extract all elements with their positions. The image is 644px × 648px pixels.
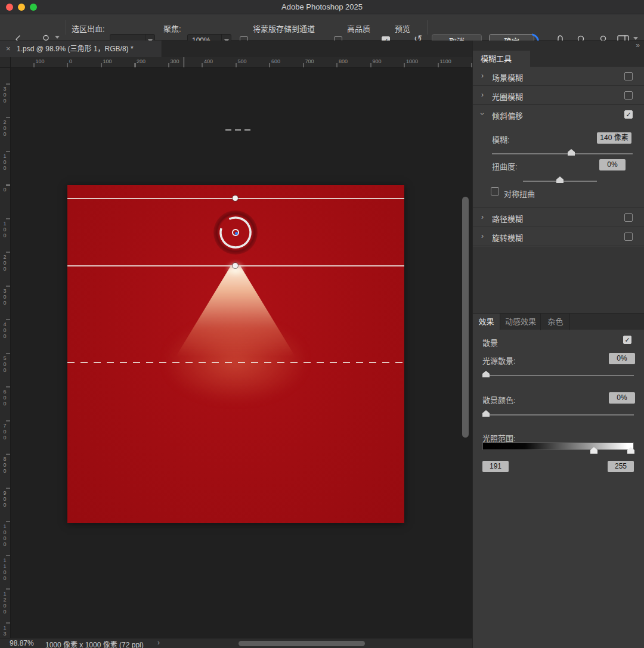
bokeh-color-slider[interactable]	[482, 414, 634, 416]
chevron-right-icon[interactable]: ›	[481, 72, 484, 80]
bokeh-color-label: 散景颜色:	[482, 394, 516, 405]
tab-motion-effects[interactable]: 动感效果	[501, 314, 541, 330]
blur-amount-value[interactable]: 140 像素	[597, 132, 631, 144]
focus-line-top-handle[interactable]	[233, 196, 238, 201]
light-bokeh-value[interactable]: 0%	[609, 353, 635, 364]
hruler-number: 100	[103, 58, 112, 64]
tilt-shift-bottom-dashed-line[interactable]	[67, 362, 404, 363]
tilt-shift-top-dashed-line[interactable]	[225, 129, 253, 131]
document-info: 1000 像素 x 1000 像素 (72 ppi)	[45, 639, 144, 648]
section-iris-blur[interactable]: › 光圈模糊	[473, 86, 644, 105]
bokeh-checkbox[interactable]: ✓	[623, 336, 631, 344]
light-bokeh-slider-thumb[interactable]	[482, 371, 490, 377]
spin-blur-checkbox[interactable]	[624, 232, 633, 241]
light-range-gradient[interactable]	[482, 442, 634, 450]
document-tab[interactable]: × 1.psd @ 98.9% (三角形 1，RGB/8) *	[0, 41, 162, 57]
distortion-label: 扭曲度:	[492, 160, 518, 172]
light-range-low-value[interactable]: 191	[482, 461, 509, 472]
tab-effects[interactable]: 效果	[473, 314, 500, 330]
horizontal-scrollbar[interactable]	[239, 641, 365, 646]
effects-tab-row: 效果 动感效果 杂色	[473, 313, 644, 330]
chevron-right-icon[interactable]: ›	[481, 91, 484, 99]
section-path-blur[interactable]: › 路径模糊	[473, 208, 644, 227]
blur-amount-slider[interactable]	[492, 153, 633, 154]
vruler-number: 200	[2, 119, 8, 137]
bokeh-color-value[interactable]: 0%	[609, 392, 635, 404]
titlebar: Adobe Photoshop 2025	[0, 0, 644, 14]
blur-tools-tab[interactable]: 模糊工具	[473, 51, 530, 67]
light-cone	[176, 266, 295, 356]
tab-noise[interactable]: 杂色	[541, 314, 570, 330]
chevron-down-icon[interactable]: ›	[478, 113, 487, 115]
focus-line-bottom-handle[interactable]	[233, 263, 238, 268]
vruler-number: 1200	[2, 591, 8, 615]
field-blur-checkbox[interactable]	[624, 72, 633, 80]
iris-blur-checkbox[interactable]	[624, 91, 633, 100]
vruler-number: 200	[2, 254, 8, 272]
hruler-number: 900	[373, 58, 382, 64]
blur-amount-slider-thumb[interactable]	[568, 149, 575, 156]
vruler-number: 100	[2, 153, 8, 171]
hruler-number: 800	[339, 58, 348, 64]
chevron-right-icon[interactable]: ›	[481, 213, 484, 221]
panel-overflow-icon[interactable]: »	[636, 41, 639, 49]
hruler-number: 100	[36, 58, 45, 64]
vruler-number: 900	[2, 490, 8, 508]
vruler-number: 400	[2, 321, 8, 339]
bokeh-color-slider-thumb[interactable]	[482, 410, 490, 417]
document-tab-bar: × 1.psd @ 98.9% (三角形 1，RGB/8) *	[0, 41, 472, 57]
path-blur-checkbox[interactable]	[624, 213, 633, 222]
vruler-number: 100	[2, 221, 8, 238]
section-field-blur[interactable]: › 场景模糊	[473, 67, 644, 86]
ruler-corner	[0, 57, 11, 68]
blur-pin-core	[235, 232, 238, 235]
canvas-area[interactable]	[11, 68, 472, 638]
selection-bleed-label: 选区出血:	[72, 23, 105, 34]
blur-tools-tab-row: 模糊工具	[473, 51, 644, 67]
vertical-scrollbar[interactable]	[462, 197, 469, 438]
status-chevron-icon[interactable]: ›	[157, 638, 160, 647]
section-tilt-shift[interactable]: › 倾斜偏移 ✓	[473, 105, 644, 124]
status-bar: 98.87% 1000 像素 x 1000 像素 (72 ppi) ›	[0, 638, 472, 648]
vruler-number: 500	[2, 355, 8, 373]
focus-label: 聚焦:	[163, 23, 181, 34]
vruler-number: 1000	[2, 523, 8, 547]
vruler-number: 800	[2, 456, 8, 474]
iris-blur-label: 光圈模糊	[492, 91, 523, 102]
horizontal-ruler: 100010020030040050060070080090010001100	[11, 57, 472, 68]
light-bokeh-slider[interactable]	[482, 375, 634, 376]
hruler-number: 700	[305, 58, 314, 64]
hruler-number: 0	[69, 58, 72, 64]
zoom-level[interactable]: 98.87%	[10, 639, 34, 647]
right-panel: » 模糊工具 › 场景模糊 › 光圈模糊 › 倾斜偏移 ✓ 模糊: 140 像素…	[472, 41, 644, 648]
ruler-cursor-marker	[184, 57, 184, 68]
section-spin-blur[interactable]: › 旋转模糊	[473, 227, 644, 246]
field-blur-label: 场景模糊	[492, 72, 523, 83]
symmetric-distortion-checkbox[interactable]	[491, 187, 499, 196]
hruler-number: 1100	[440, 58, 451, 64]
light-range-high-value[interactable]: 255	[608, 461, 634, 472]
chevron-right-icon[interactable]: ›	[481, 232, 484, 240]
distortion-value[interactable]: 0%	[599, 159, 626, 170]
tilt-shift-label: 倾斜偏移	[492, 110, 523, 121]
spin-blur-label: 旋转模糊	[492, 232, 523, 243]
store-mask-label: 将蒙版存储到通道	[253, 23, 315, 34]
close-tab-icon[interactable]: ×	[6, 41, 11, 57]
window-title: Adobe Photoshop 2025	[0, 2, 644, 11]
tilt-shift-checkbox[interactable]: ✓	[624, 110, 633, 119]
bokeh-label: 散景	[482, 337, 498, 348]
vruler-number: 0	[2, 187, 8, 193]
panel-header-strip: »	[473, 41, 644, 51]
vruler-number: 600	[2, 389, 8, 407]
distortion-slider-thumb[interactable]	[556, 176, 564, 183]
hruler-number: 600	[271, 58, 280, 64]
symmetric-distortion-label: 对称扭曲	[504, 188, 535, 199]
hruler-number: 500	[238, 58, 247, 64]
vertical-ruler: 3002001000100200300400500600700800900100…	[0, 68, 11, 638]
hruler-number: 300	[171, 58, 179, 64]
vruler-number: 300	[2, 288, 8, 306]
canvas-image[interactable]	[67, 185, 404, 523]
panel-empty-space	[473, 247, 644, 313]
separator	[66, 20, 66, 35]
hruler-number: 200	[137, 58, 145, 64]
